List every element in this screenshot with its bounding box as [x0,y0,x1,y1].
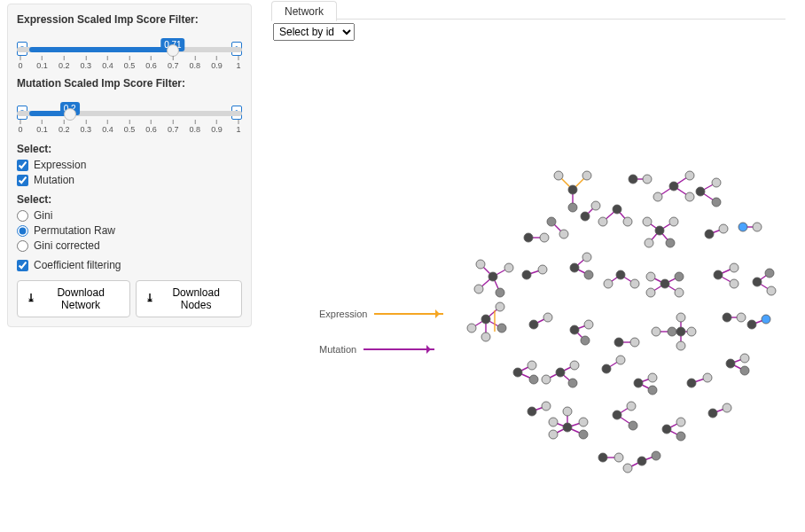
svg-point-158 [556,368,565,377]
controls-panel: Expression Scaled Imp Score Filter: 0 1 … [7,4,252,327]
svg-point-189 [623,464,632,473]
mut-filter-label: Mutation Scaled Imp Score Filter: [17,77,242,90]
svg-point-118 [604,279,613,288]
svg-point-84 [669,182,678,191]
svg-point-108 [474,285,483,293]
svg-point-150 [723,313,731,322]
svg-point-79 [582,171,591,180]
checkbox-coef-filter[interactable]: Coefficient filtering [17,259,242,271]
select-metric-label: Select: [17,193,242,206]
svg-point-138 [543,313,552,322]
svg-point-144 [652,327,660,336]
svg-point-129 [753,278,762,286]
radio-input[interactable] [17,240,28,252]
slider-ticks: 00.10.20.30.40.50.60.70.80.91 [20,120,238,134]
checkbox-mutation[interactable]: Mutation [17,174,242,186]
svg-point-181 [629,421,637,430]
slider-fill [29,47,173,52]
checkbox-input[interactable] [17,160,28,171]
checkbox-expression[interactable]: Expression [17,159,242,171]
button-label: Download Nodes [160,286,232,311]
network-canvas[interactable] [266,44,805,532]
svg-point-169 [740,354,749,363]
select-by-id[interactable]: Select by id [273,23,355,41]
svg-point-124 [675,288,684,297]
svg-point-81 [629,175,637,184]
svg-point-110 [488,272,497,281]
svg-point-172 [542,402,551,411]
svg-point-119 [616,270,625,279]
svg-point-87 [696,187,705,196]
svg-point-104 [705,230,714,239]
svg-point-175 [563,423,572,432]
mut-filter-slider[interactable]: 0 1 0.2 00.10.20.30.40.50.60.70.80.91 [17,93,242,136]
radio-gini-corrected[interactable]: Gini corrected [17,239,242,252]
svg-point-82 [643,175,652,184]
checkbox-input[interactable] [17,175,28,186]
svg-point-126 [714,270,723,279]
svg-point-153 [762,315,770,324]
svg-point-136 [481,332,490,341]
slider-thumb[interactable] [64,108,76,121]
svg-point-188 [614,453,623,462]
svg-point-155 [528,361,536,370]
svg-point-92 [547,217,556,226]
svg-point-113 [522,270,531,279]
svg-point-111 [504,263,513,272]
svg-point-142 [614,338,623,347]
svg-point-90 [524,233,533,242]
radio-input[interactable] [17,210,28,222]
svg-point-133 [481,315,490,324]
svg-point-180 [627,402,636,411]
svg-point-121 [646,272,655,281]
svg-point-128 [730,279,739,288]
radio-gini[interactable]: Gini [17,209,242,222]
svg-point-127 [730,263,739,272]
svg-point-112 [496,288,504,297]
svg-point-134 [496,302,504,311]
svg-point-116 [582,253,591,262]
tab-network[interactable]: Network [271,1,337,21]
expr-filter-label: Expression Scaled Imp Score Filter: [17,13,242,26]
svg-point-98 [623,217,632,226]
svg-point-102 [666,239,675,247]
svg-point-86 [685,192,694,201]
svg-point-168 [726,359,735,368]
svg-point-149 [676,313,685,322]
svg-point-93 [559,230,568,239]
svg-point-184 [676,432,685,441]
svg-point-177 [579,430,588,439]
svg-point-137 [529,320,538,329]
svg-point-122 [660,279,669,288]
svg-point-130 [765,269,774,278]
download-network-button[interactable]: ⤓ Download Network [17,280,130,317]
svg-point-186 [723,403,731,412]
svg-point-139 [570,325,579,334]
radio-permutation-raw[interactable]: Permutation Raw [17,224,242,237]
svg-point-106 [739,223,747,231]
checkbox-label: Mutation [34,174,74,186]
svg-point-109 [476,260,485,269]
svg-point-135 [497,324,506,332]
svg-point-170 [740,366,749,375]
svg-point-100 [655,226,664,235]
svg-point-103 [645,239,653,247]
svg-point-77 [554,171,563,180]
tab-bar: Network [271,0,785,20]
radio-input[interactable] [17,225,28,237]
slider-thumb[interactable] [167,44,179,57]
svg-point-152 [747,320,756,329]
svg-point-173 [549,418,558,426]
svg-point-174 [549,430,558,439]
svg-point-125 [646,288,655,297]
svg-point-131 [767,286,776,295]
network-svg[interactable] [266,44,805,532]
slider-ticks: 00.10.20.30.40.50.60.70.80.91 [20,56,238,70]
svg-point-146 [676,327,685,336]
svg-point-171 [528,407,536,416]
download-nodes-button[interactable]: ⤓ Download Nodes [136,280,242,317]
checkbox-input[interactable] [17,260,28,271]
expr-filter-slider[interactable]: 0 1 0.71 00.10.20.30.40.50.60.70.80.91 [17,29,242,72]
svg-point-99 [643,217,652,226]
svg-point-97 [613,205,621,214]
